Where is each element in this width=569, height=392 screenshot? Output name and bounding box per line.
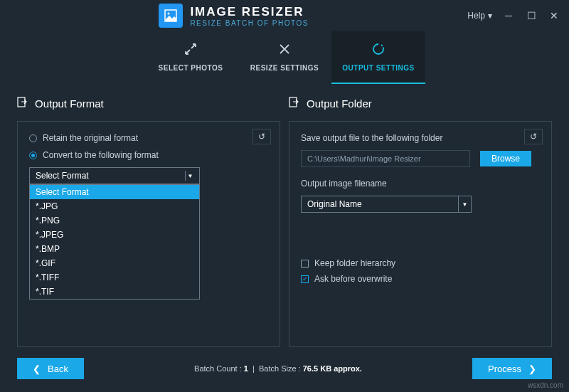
tab-label: RESIZE SETTINGS xyxy=(250,64,319,72)
ask-overwrite-checkbox[interactable]: ✓ Ask before overwrite xyxy=(301,274,540,284)
panel-title: Output Format xyxy=(35,97,104,110)
radio-label: Retain the original format xyxy=(43,133,138,143)
svg-point-1 xyxy=(168,13,170,15)
radio-retain-original[interactable]: Retain the original format xyxy=(29,133,268,143)
radio-icon xyxy=(29,134,37,142)
checkbox-label: Keep folder hierarchy xyxy=(314,258,395,268)
checkbox-label: Ask before overwrite xyxy=(314,274,392,284)
browse-button[interactable]: Browse xyxy=(480,151,531,166)
reset-folder-button[interactable]: ↺ xyxy=(524,129,543,144)
radio-icon xyxy=(29,152,37,159)
export-icon xyxy=(17,97,28,110)
tab-output-settings[interactable]: OUTPUT SETTINGS xyxy=(331,31,425,84)
radio-label: Convert to the following format xyxy=(43,150,159,160)
process-button[interactable]: Process ❯ xyxy=(472,358,552,379)
chevron-right-icon: ❯ xyxy=(528,364,536,374)
output-folder-panel: Output Folder ↺ Save output file to the … xyxy=(289,97,552,347)
dropdown-option[interactable]: *.JPG xyxy=(30,199,199,213)
folder-export-icon xyxy=(289,97,299,110)
keep-hierarchy-checkbox[interactable]: Keep folder hierarchy xyxy=(301,258,540,268)
footer: ❮ Back Batch Count : 1 | Batch Size : 76… xyxy=(0,358,569,379)
dropdown-option[interactable]: *.GIF xyxy=(30,256,199,270)
panel-header: Output Folder xyxy=(289,97,552,110)
batch-count-label: Batch Count : xyxy=(194,364,242,373)
format-select[interactable]: Select Format ▼ Select Format *.JPG *.PN… xyxy=(29,167,200,184)
tab-select-photos[interactable]: SELECT PHOTOS xyxy=(144,31,238,84)
app-logo-icon xyxy=(159,4,183,28)
dropdown-option[interactable]: *.JPEG xyxy=(30,228,199,242)
tab-label: OUTPUT SETTINGS xyxy=(342,64,414,72)
app-title: IMAGE RESIZER xyxy=(190,5,309,19)
titlebar: IMAGE RESIZER RESIZE BATCH OF PHOTOS Hel… xyxy=(0,0,569,31)
titlebar-branding: IMAGE RESIZER RESIZE BATCH OF PHOTOS xyxy=(0,4,467,28)
close-button[interactable]: ✕ xyxy=(548,9,560,22)
radio-convert-format[interactable]: Convert to the following format xyxy=(29,150,268,160)
panel-title: Output Folder xyxy=(307,97,372,110)
help-label: Help xyxy=(467,11,485,21)
folder-path-input[interactable]: C:\Users\Madhuri\Image Resizer xyxy=(301,150,470,167)
app-subtitle: RESIZE BATCH OF PHOTOS xyxy=(190,19,309,27)
resize-icon xyxy=(278,43,291,58)
save-folder-label: Save output file to the following folder xyxy=(301,133,540,143)
expand-icon xyxy=(184,43,197,58)
checkbox-icon xyxy=(301,260,309,267)
tab-resize-settings[interactable]: RESIZE SETTINGS xyxy=(238,31,331,84)
filename-value: Original Name xyxy=(307,199,362,209)
format-panel-body: ↺ Retain the original format Convert to … xyxy=(17,121,280,347)
panel-header: Output Format xyxy=(17,97,280,110)
folder-path-row: C:\Users\Madhuri\Image Resizer Browse xyxy=(301,150,540,167)
batch-size-label: Batch Size : xyxy=(259,364,301,373)
back-label: Back xyxy=(48,364,68,374)
tabs: SELECT PHOTOS RESIZE SETTINGS OUTPUT SET… xyxy=(0,31,569,84)
dropdown-option[interactable]: *.PNG xyxy=(30,213,199,228)
chevron-down-icon: ▼ xyxy=(458,196,471,212)
output-format-panel: Output Format ↺ Retain the original form… xyxy=(17,97,280,347)
undo-icon: ↺ xyxy=(258,132,265,142)
titlebar-controls: Help ▾ ─ ☐ ✕ xyxy=(467,9,560,22)
watermark: wsxdn.com xyxy=(528,381,563,389)
back-button[interactable]: ❮ Back xyxy=(17,358,84,379)
help-link[interactable]: Help ▾ xyxy=(467,11,492,21)
filename-label: Output image filename xyxy=(301,179,540,189)
filename-select[interactable]: Original Name ▼ xyxy=(301,196,472,213)
chevron-left-icon: ❮ xyxy=(33,364,41,374)
path-value: C:\Users\Madhuri\Image Resizer xyxy=(307,154,421,163)
dropdown-option[interactable]: *.TIFF xyxy=(30,270,199,285)
dropdown-option[interactable]: *.TIF xyxy=(30,285,199,299)
maximize-button[interactable]: ☐ xyxy=(525,9,538,22)
folder-panel-body: ↺ Save output file to the following fold… xyxy=(289,121,552,347)
select-value: Select Format xyxy=(36,171,89,181)
app-title-block: IMAGE RESIZER RESIZE BATCH OF PHOTOS xyxy=(190,5,309,27)
format-dropdown: Select Format *.JPG *.PNG *.JPEG *.BMP *… xyxy=(29,184,200,300)
minimize-button[interactable]: ─ xyxy=(502,9,515,22)
tab-label: SELECT PHOTOS xyxy=(159,64,223,72)
batch-count-value: 1 xyxy=(244,364,248,373)
content-area: Output Format ↺ Retain the original form… xyxy=(0,84,569,347)
batch-size-value: 76.5 KB approx. xyxy=(303,364,362,373)
dropdown-option[interactable]: Select Format xyxy=(30,185,199,199)
process-label: Process xyxy=(488,364,521,374)
batch-status: Batch Count : 1 | Batch Size : 76.5 KB a… xyxy=(84,364,472,373)
undo-icon: ↺ xyxy=(530,132,537,142)
checkbox-icon: ✓ xyxy=(301,275,309,283)
chevron-down-icon: ▼ xyxy=(185,171,195,181)
output-icon xyxy=(372,43,385,58)
reset-format-button[interactable]: ↺ xyxy=(252,129,271,144)
dropdown-option[interactable]: *.BMP xyxy=(30,242,199,256)
chevron-down-icon: ▾ xyxy=(488,11,492,21)
